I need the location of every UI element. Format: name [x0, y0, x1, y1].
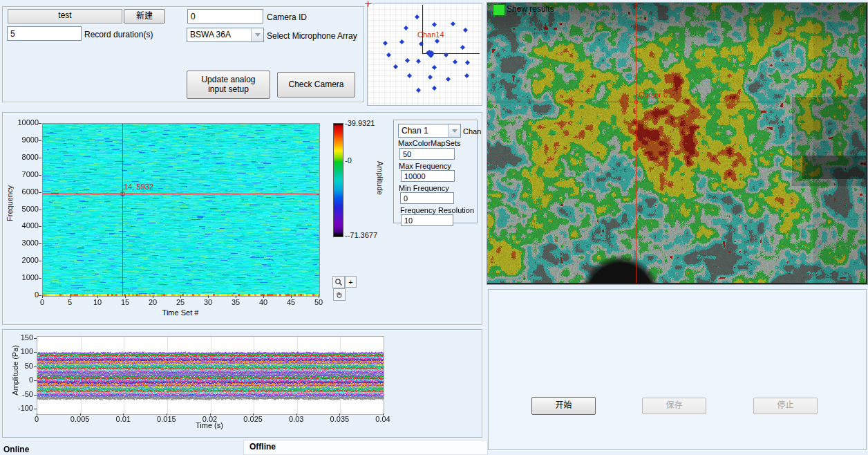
spectrogram-y-tick: 4000 — [7, 221, 39, 230]
waveform-plot[interactable] — [37, 336, 384, 415]
mic-dot — [399, 39, 404, 44]
plus-icon: + — [348, 278, 352, 286]
colorbar-min-label: --71.3677 — [345, 231, 377, 239]
waveform-y-tick: 0 — [4, 375, 33, 384]
spectrogram-xlabel: Time Set # — [129, 308, 232, 317]
mic-plot-y-axis — [422, 5, 423, 53]
camera-view-frame: Show results Cursor 0 — [487, 2, 868, 285]
spectrogram-y-tick: 10000 — [7, 118, 39, 127]
spectrogram-y-tick: 8000 — [7, 153, 39, 161]
mic-dot — [416, 59, 421, 64]
tick-mark — [291, 295, 292, 298]
tick-mark — [319, 295, 319, 298]
tick-mark — [39, 158, 41, 158]
stop-button[interactable]: 停止 — [753, 398, 818, 414]
analysis-controls-cluster: Chan 1 Chan MaxColorMapSets Max Frequenc… — [393, 120, 478, 223]
chevron-down-icon[interactable] — [448, 124, 460, 137]
mic-array-plot: Chan14 — [368, 3, 482, 105]
start-button[interactable]: 开始 — [531, 397, 596, 415]
camera-id-label: Camera ID — [267, 12, 307, 22]
tick-mark — [34, 366, 37, 367]
tick-mark — [208, 295, 209, 298]
frequency-resolution-input[interactable] — [401, 214, 453, 226]
mic-dot — [464, 73, 469, 77]
update-analog-input-button[interactable]: Update analog input setup — [187, 71, 270, 99]
new-project-button[interactable]: 新建 — [124, 9, 165, 24]
min-frequency-input[interactable] — [400, 192, 454, 204]
spectrogram-x-tick: 25 — [170, 298, 191, 306]
spectrogram-cursor-label: 14, 5932 — [124, 183, 153, 191]
spectrogram-x-tick: 40 — [253, 298, 274, 306]
tick-mark — [210, 414, 211, 416]
tick-mark — [37, 414, 37, 416]
waveform-x-tick: 0.01 — [108, 415, 138, 423]
waveform-x-tick: 0.03 — [281, 415, 312, 423]
save-button[interactable]: 保存 — [642, 398, 706, 414]
mic-dot — [419, 41, 424, 46]
channel-dropdown[interactable]: Chan 1 — [398, 124, 461, 138]
camera-acoustic-image[interactable] — [487, 3, 866, 283]
acoustic-camera-app: { "colors":{ "page_bg":"#e9f1fa", "accen… — [0, 0, 868, 455]
tick-mark — [39, 123, 41, 124]
maxcolormapsets-input[interactable] — [399, 148, 455, 160]
waveform-x-tick: 0.035 — [324, 415, 355, 423]
mic-array-plot-panel: Chan14 — [367, 3, 482, 106]
spectrogram-x-tick: 45 — [281, 298, 301, 306]
waveform-y-tick: 150 — [4, 333, 33, 342]
mic-dot — [407, 73, 412, 77]
spectrogram-plot[interactable] — [42, 123, 320, 297]
mic-dot — [416, 88, 421, 93]
spectrogram-x-tick: 30 — [198, 298, 218, 306]
tick-mark — [34, 409, 37, 409]
camera-cursor-label: Cursor 0 — [639, 91, 668, 99]
mic-dot — [415, 15, 419, 19]
tick-mark — [80, 414, 81, 416]
mic-array-dropdown[interactable]: BSWA 36A — [187, 28, 264, 42]
tick-mark — [263, 295, 264, 298]
colorbar-max-label: -39.9321 — [345, 119, 375, 127]
mic-dot — [435, 39, 440, 44]
tick-mark — [125, 295, 126, 298]
mic-dot — [452, 59, 457, 64]
spectrogram-y-tick: 7000 — [7, 170, 39, 178]
min-frequency-label: Min Frequency — [399, 184, 449, 192]
magnifier-icon — [334, 278, 343, 286]
tick-mark — [39, 210, 41, 210]
tick-mark — [39, 295, 41, 296]
mic-dot — [432, 22, 437, 27]
colorbar-mid-label: -0 — [345, 156, 352, 165]
waveform-x-tick: 0.04 — [368, 415, 398, 423]
mic-dot — [463, 28, 468, 32]
camera-id-input[interactable] — [187, 9, 263, 24]
mic-array-label: Select Microphone Array — [267, 31, 357, 41]
tick-mark — [383, 414, 384, 416]
cursor-tool-button[interactable]: + — [345, 276, 357, 288]
tick-mark — [39, 140, 41, 141]
record-duration-input[interactable] — [7, 26, 82, 41]
spectrogram-x-tick: 15 — [115, 298, 135, 306]
project-name-selector[interactable]: test — [8, 9, 122, 24]
config-panel: test 新建 Camera ID Record duration(s) BSW… — [2, 6, 364, 102]
waveform-x-tick: 0 — [21, 415, 52, 423]
tick-mark — [39, 278, 41, 279]
status-offline-strip: Offline — [243, 440, 488, 455]
zoom-tool-button[interactable] — [332, 276, 345, 288]
waveform-x-tick: 0.005 — [65, 415, 95, 423]
spectrogram-y-tick: 5000 — [7, 205, 39, 213]
mic-dot — [460, 45, 465, 50]
show-results-led[interactable] — [493, 4, 505, 16]
spectrogram-y-tick: 6000 — [7, 187, 39, 196]
pan-tool-button[interactable] — [333, 288, 346, 301]
waveform-y-tick: -50 — [4, 390, 33, 398]
check-camera-button[interactable]: Check Camera — [277, 72, 355, 98]
max-frequency-input[interactable] — [401, 170, 455, 182]
mic-dot — [383, 41, 388, 46]
mic-dot — [405, 58, 410, 63]
mic-dot — [432, 86, 437, 91]
spectrogram-x-tick: 20 — [142, 298, 163, 306]
chevron-down-icon[interactable] — [251, 28, 263, 41]
mic-cursor-label: Chan14 — [417, 30, 444, 39]
colorbar-amplitude-label: Amplitude — [376, 161, 384, 195]
max-frequency-label: Max Frequency — [399, 162, 451, 170]
tick-mark — [97, 295, 98, 298]
